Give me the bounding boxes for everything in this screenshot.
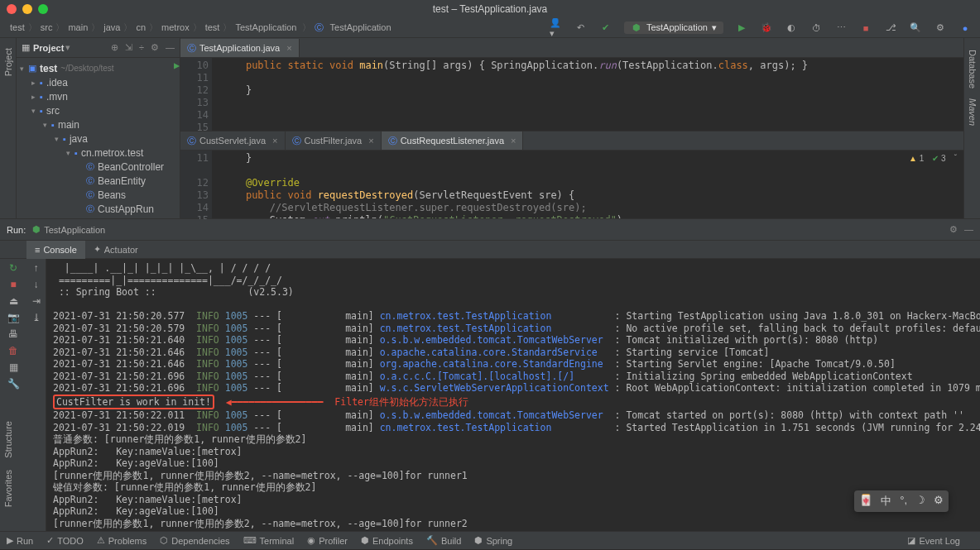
layout-icon[interactable]: ▦ [9, 361, 18, 373]
tree-node[interactable]: ⒸBeans [17, 188, 180, 202]
tab-CustRequestListener.java[interactable]: ⒸCustRequestListener.java× [382, 132, 524, 150]
up-icon[interactable]: ↑ [34, 262, 39, 274]
tree-node[interactable]: ▸▪.idea [17, 75, 180, 89]
chevron-icon: 〉 [55, 22, 65, 32]
tool-tab-Spring[interactable]: ⬢Spring [474, 535, 512, 546]
wrap-icon[interactable]: ⇥ [32, 295, 41, 307]
ime-full[interactable]: °, [900, 494, 907, 509]
tree-node[interactable]: ⒸCustAppRun [17, 202, 180, 216]
user-icon[interactable]: 👤▾ [550, 22, 563, 35]
breadcrumb-item[interactable]: TestApplication [330, 22, 392, 32]
down-icon[interactable]: ↓ [34, 279, 39, 290]
close-tab-icon[interactable]: × [368, 136, 373, 146]
profile-icon[interactable]: ⏱ [809, 22, 823, 35]
scroll-icon[interactable]: ⤓ [32, 312, 41, 323]
code-top[interactable]: public static void main(String[] args) {… [212, 58, 963, 131]
ime-moon-icon[interactable]: ☽ [915, 494, 925, 509]
ime-settings-icon[interactable]: ⚙ [934, 494, 944, 509]
tree-node[interactable]: ⒸBeanEntity [17, 174, 180, 188]
structure-tool-tab[interactable]: Structure [3, 421, 13, 458]
tools-icon[interactable]: 🔧 [7, 378, 20, 390]
minimize-icon[interactable]: — [964, 224, 973, 235]
tree-node[interactable]: ▾▪java [17, 132, 180, 146]
exit-icon[interactable]: ⏏ [9, 295, 18, 307]
debug-icon[interactable]: 🐞 [760, 22, 773, 35]
database-tool-tab[interactable]: Database [968, 50, 978, 88]
check-icon[interactable]: ✔ [599, 22, 612, 35]
maximize-window-icon[interactable] [38, 4, 48, 14]
input-method-toolbar[interactable]: 🀄 中 °, ☽ ⚙ [854, 490, 949, 512]
tree-node[interactable]: ▾▪cn.metrox.test [17, 146, 180, 160]
back-icon[interactable]: ↶ [574, 22, 588, 35]
tool-tab-Problems[interactable]: ⚠Problems [97, 535, 147, 546]
avatar-icon[interactable]: ● [958, 22, 972, 35]
vcs-icon[interactable]: ⎇ [884, 22, 897, 35]
tool-tab-Profiler[interactable]: ◉Profiler [307, 535, 348, 546]
coverage-icon[interactable]: ◐ [785, 22, 798, 35]
console-output[interactable]: |____| .__|_| |_|_| |_\__, | / / / / ===… [46, 259, 980, 531]
tab-CustFilter.java[interactable]: ⒸCustFilter.java× [286, 132, 382, 150]
close-tab-icon[interactable]: × [511, 136, 516, 146]
print-icon[interactable]: 🖶 [8, 328, 18, 340]
maven-tool-tab[interactable]: Maven [968, 98, 978, 126]
editor-top[interactable]: 10▶1112131415 public static void main(St… [180, 58, 963, 131]
run-tab-Actuator[interactable]: ✦Actuator [85, 241, 147, 259]
minimize-window-icon[interactable] [22, 4, 32, 14]
ime-icon[interactable]: 🀄 [859, 494, 872, 509]
tree-node[interactable]: ▾▪main [17, 117, 180, 132]
close-tab-icon[interactable]: × [286, 43, 291, 53]
close-window-icon[interactable] [7, 4, 17, 14]
settings-icon[interactable]: ⚙ [949, 224, 958, 235]
breadcrumb-item[interactable]: test [205, 22, 220, 32]
camera-icon[interactable]: 📷 [7, 312, 20, 323]
breadcrumb-item[interactable]: cn [136, 22, 146, 32]
tree-node[interactable]: ▾▪src [17, 103, 180, 117]
rerun-icon[interactable]: ↻ [9, 262, 17, 274]
breadcrumb-item[interactable]: metrox [161, 22, 190, 32]
inspection-widget[interactable]: ▲ 1 ✔ 3 ˇ [909, 154, 957, 163]
close-tab-icon[interactable]: × [272, 136, 277, 146]
event-log-button[interactable]: ◪ Event Log [907, 535, 960, 546]
tree-node[interactable]: ▸▪.mvn [17, 89, 180, 103]
project-sidebar: ▦ Project ▾ ⊕ ⇲ ÷ ⚙ — ▾▣test~/Desktop/te… [17, 38, 180, 218]
expand-all-icon[interactable]: ⇲ [125, 42, 132, 53]
ime-mode[interactable]: 中 [881, 494, 891, 509]
breadcrumb-item[interactable]: main [68, 22, 88, 32]
tool-tab-Terminal[interactable]: ⌨Terminal [243, 535, 295, 546]
project-tree[interactable]: ▾▣test~/Desktop/test▸▪.idea▸▪.mvn▾▪src▾▪… [17, 58, 180, 218]
favorites-tool-tab[interactable]: Favorites [3, 470, 13, 507]
chevron-icon: 〉 [193, 22, 202, 32]
tab-CustServlet.java[interactable]: ⒸCustServlet.java× [180, 132, 286, 150]
tool-tab-Endpoints[interactable]: ⬢Endpoints [361, 535, 413, 546]
collapse-icon[interactable]: ÷ [139, 42, 144, 53]
select-open-file-icon[interactable]: ⊕ [111, 42, 118, 53]
window-controls [7, 4, 48, 14]
run-tab-Console[interactable]: ≡Console [26, 241, 85, 259]
run-icon[interactable]: ▶ [735, 22, 748, 35]
project-view-title[interactable]: Project [33, 43, 64, 53]
tree-node[interactable]: ⒸBeanController [17, 160, 180, 174]
settings-icon[interactable]: ⚙ [934, 22, 947, 35]
breadcrumb-item[interactable]: src [41, 22, 53, 32]
hide-icon[interactable]: — [166, 42, 175, 53]
breadcrumb-item[interactable]: test [10, 22, 25, 32]
tool-tab-Run[interactable]: ▶Run [7, 535, 33, 546]
tool-tab-TODO[interactable]: ✓TODO [46, 535, 84, 546]
tab-testapplication[interactable]: Ⓒ TestApplication.java × [180, 39, 300, 57]
breadcrumb-item[interactable]: TestApplication [235, 22, 296, 32]
search-icon[interactable]: 🔍 [909, 22, 922, 35]
editor-bottom[interactable]: 11 1213141516 } @Override public void re… [180, 151, 963, 218]
tree-node[interactable]: ⒸCustAppRun2 [17, 216, 180, 218]
breadcrumb-item[interactable]: java [103, 22, 120, 32]
tool-tab-Build[interactable]: 🔨Build [426, 535, 461, 546]
delete-icon[interactable]: 🗑 [8, 345, 18, 356]
code-bottom[interactable]: } @Override public void requestDestroyed… [212, 151, 963, 218]
run-configuration[interactable]: ⬢ TestApplication ▾ [624, 22, 723, 34]
project-tool-tab[interactable]: Project [3, 48, 13, 76]
gear-icon[interactable]: ⚙ [151, 42, 159, 53]
stop-icon[interactable]: ■ [10, 279, 16, 290]
attach-icon[interactable]: ⋯ [834, 22, 848, 35]
left-bottom-tabs: Structure Favorites [0, 413, 17, 515]
stop-icon[interactable]: ■ [859, 22, 872, 35]
tool-tab-Dependencies[interactable]: ⬡Dependencies [160, 535, 229, 546]
